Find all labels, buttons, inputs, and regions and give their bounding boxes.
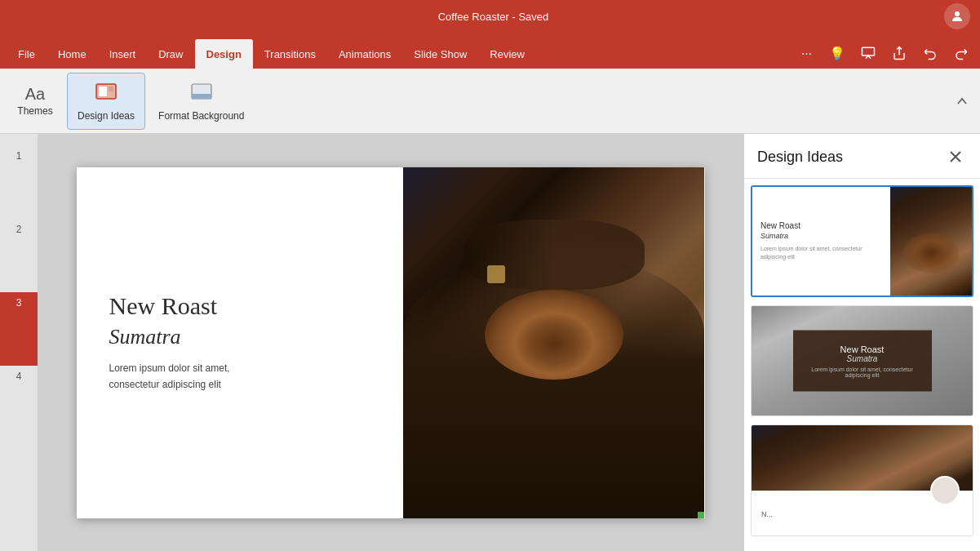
slide-corner-indicator (698, 512, 704, 518)
tab-design[interactable]: Design (195, 39, 253, 69)
slide-panel: 1 2 3 4 (0, 134, 38, 551)
design-panel-header: Design Ideas (744, 134, 980, 179)
design-ideas-panel: Design Ideas New Roast Sumatra Lorem ips… (743, 134, 980, 551)
slide-body-text: Lorem ipsum dolor sit amet,consectetur a… (109, 361, 379, 392)
card2-body: Lorem ipsum dolor sit amet, consectetur … (800, 367, 925, 378)
chevron-up-icon (956, 96, 968, 107)
undo-icon[interactable] (918, 41, 942, 65)
card1-image (890, 187, 972, 295)
slide-3-item[interactable]: 3 (0, 292, 38, 366)
themes-label: Themes (17, 105, 52, 117)
tab-draw[interactable]: Draw (147, 39, 194, 69)
tab-slideshow[interactable]: Slide Show (402, 39, 478, 69)
close-icon (949, 150, 962, 163)
lightbulb-icon[interactable]: 💡 (825, 41, 849, 65)
card2-title: New Roast (840, 344, 885, 354)
document-title: Coffee Roaster - Saved (42, 11, 944, 23)
themes-icon: Aa (25, 86, 45, 102)
card3-image (752, 425, 973, 491)
tab-animations[interactable]: Animations (327, 39, 402, 69)
themes-button[interactable]: Aa Themes (7, 73, 64, 130)
title-bar: Coffee Roaster - Saved (0, 0, 980, 33)
design-panel-title: Design Ideas (757, 149, 843, 166)
tab-home[interactable]: Home (47, 39, 98, 69)
redo-icon[interactable] (949, 41, 973, 65)
design-ideas-button[interactable]: Design Ideas (67, 73, 145, 130)
slide-4-number: 4 (16, 371, 22, 382)
card1-content: New Roast Sumatra Lorem ipsum dolor sit … (752, 187, 890, 295)
svg-rect-4 (109, 87, 113, 91)
card1-body: Lorem ipsum dolor sit amet, consectetur … (760, 245, 882, 261)
slide-title: New Roast (109, 292, 379, 320)
slide-2-number: 2 (16, 224, 22, 235)
slide-1-item[interactable]: 1 (0, 145, 38, 219)
slide-4-item[interactable]: 4 (0, 366, 38, 439)
design-idea-card-1[interactable]: New Roast Sumatra Lorem ipsum dolor sit … (751, 185, 973, 297)
user-account-button[interactable] (944, 3, 970, 29)
svg-rect-3 (99, 87, 107, 96)
format-background-icon (190, 81, 213, 107)
slide-3-number: 3 (16, 297, 22, 309)
tab-file[interactable]: File (7, 39, 47, 69)
presenter-view-icon[interactable] (856, 41, 880, 65)
share-icon[interactable] (887, 41, 911, 65)
coffee-image (403, 167, 705, 518)
ribbon-collapse-button[interactable] (951, 90, 973, 113)
ribbon-right-icons: ⋯ 💡 (794, 41, 973, 69)
tab-transitions[interactable]: Transitions (253, 39, 327, 69)
svg-rect-1 (862, 47, 875, 56)
design-idea-card-2[interactable]: New Roast Sumatra Lorem ipsum dolor sit … (751, 305, 973, 417)
tab-insert[interactable]: Insert (98, 39, 148, 69)
tab-review[interactable]: Review (478, 39, 536, 69)
design-ideas-list: New Roast Sumatra Lorem ipsum dolor sit … (744, 179, 980, 551)
card1-title: New Roast (760, 221, 882, 230)
more-tabs-button[interactable]: ⋯ (794, 41, 818, 65)
person-icon (950, 9, 964, 24)
design-ideas-icon (95, 81, 118, 107)
slide-content-left: New Roast Sumatra Lorem ipsum dolor sit … (77, 167, 403, 518)
format-background-button[interactable]: Format Background (149, 73, 254, 130)
design-idea-card-3[interactable]: N... (751, 424, 973, 536)
design-ideas-label: Design Ideas (78, 110, 135, 122)
format-background-label: Format Background (158, 110, 244, 122)
card2-subtitle: Sumatra (847, 354, 878, 363)
svg-point-0 (955, 11, 960, 16)
slide-subtitle: Sumatra (109, 325, 379, 349)
slide-canvas-area: New Roast Sumatra Lorem ipsum dolor sit … (38, 134, 743, 551)
slide-image (403, 167, 705, 518)
card1-subtitle: Sumatra (760, 232, 882, 240)
slide-2-item[interactable]: 2 (0, 219, 38, 292)
main-area: 1 2 3 4 New Roast Sumatra Lorem ipsum do… (0, 134, 980, 551)
slide-canvas[interactable]: New Roast Sumatra Lorem ipsum dolor sit … (77, 167, 705, 518)
ribbon-tabs: File Home Insert Draw Design Transitions… (0, 33, 980, 69)
svg-rect-6 (192, 94, 211, 99)
slide-1-number: 1 (16, 150, 22, 162)
ribbon-commands: Aa Themes Design Ideas Format Background (0, 69, 980, 134)
design-panel-close-button[interactable] (944, 145, 967, 168)
